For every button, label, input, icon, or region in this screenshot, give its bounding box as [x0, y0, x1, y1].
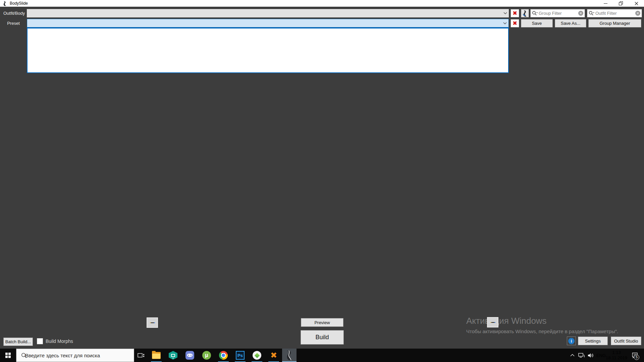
taskbar: µ Ps ✖ ENG: [0, 349, 644, 362]
bodyslide-app-icon: [3, 1, 7, 6]
preset-combobox[interactable]: [27, 19, 509, 27]
taskbar-photoshop[interactable]: Ps: [232, 349, 249, 362]
bodyslide-icon: [286, 350, 293, 360]
chevron-down-icon: [501, 22, 508, 24]
minimize-icon: [604, 3, 607, 4]
taskbar-sims4[interactable]: [249, 349, 265, 362]
chrome-icon: [219, 351, 228, 360]
minimize-button[interactable]: [598, 0, 613, 7]
chevron-down-icon: [501, 12, 509, 14]
red-x-icon: ✖: [513, 10, 517, 16]
green-hexagon-app-icon: [169, 351, 177, 360]
task-view-button[interactable]: [134, 349, 148, 362]
title-bar: BodySlide: [0, 0, 644, 7]
window-title: BodySlide: [10, 1, 28, 6]
taskbar-discord[interactable]: [181, 349, 198, 362]
settings-button[interactable]: Settings: [578, 337, 608, 345]
clear-outfit-button[interactable]: ✖: [511, 9, 519, 17]
preview-button[interactable]: Preview: [301, 318, 343, 327]
clear-preset-button[interactable]: ✖: [511, 19, 519, 27]
taskbar-green-hexagon-app[interactable]: [165, 349, 181, 362]
minus-slider-icon: [490, 322, 495, 323]
outfit-choose-button[interactable]: [521, 9, 529, 17]
taskbar-utorrent[interactable]: µ: [198, 349, 215, 362]
outfit-filter-box: ✕: [587, 9, 642, 17]
taskbar-search-box: [16, 349, 134, 362]
tray-time: 1:13: [606, 350, 627, 355]
taskbar-chrome[interactable]: [215, 349, 232, 362]
tray-date: 18.11.2019: [606, 355, 627, 361]
outfit-filter-input[interactable]: [595, 11, 635, 16]
search-icon: [21, 353, 27, 358]
tray-clock[interactable]: 1:13 18.11.2019: [606, 349, 627, 362]
discord-icon: [185, 351, 194, 360]
tray-expand-button[interactable]: [568, 349, 576, 362]
speaker-icon: [588, 353, 594, 358]
about-button[interactable]: i: [567, 337, 576, 345]
window-controls: [598, 0, 644, 7]
chevron-up-icon: [570, 354, 575, 357]
action-center-button[interactable]: 5: [629, 349, 641, 362]
slider-pane-left-button[interactable]: [147, 317, 158, 328]
group-filter-box: ✕: [530, 9, 585, 17]
search-icon[interactable]: [532, 11, 538, 16]
batch-build-button[interactable]: Batch Build...: [3, 338, 33, 346]
photoshop-icon: Ps: [236, 351, 245, 360]
network-icon: [578, 353, 585, 358]
preset-label: Preset: [0, 19, 27, 27]
bodyslide-arrow-icon: [522, 10, 528, 17]
orange-cross-icon: ✖: [270, 351, 277, 360]
clear-outfit-filter-icon[interactable]: ✕: [635, 11, 640, 16]
outfit-body-label: Outfit/Body: [3, 9, 25, 17]
restore-icon: [619, 1, 623, 5]
utorrent-icon: µ: [202, 351, 211, 360]
build-morphs-label: Build Morphs: [46, 339, 73, 344]
windows-activation-watermark-text: Чтобы активировать Windows, перейдите в …: [466, 328, 618, 334]
restore-button[interactable]: [613, 0, 629, 7]
tray-volume-button[interactable]: [586, 349, 595, 362]
info-icon: i: [568, 338, 575, 344]
start-button[interactable]: [0, 349, 16, 362]
task-view-icon: [138, 352, 145, 358]
slider-pane-right-button[interactable]: [487, 317, 498, 327]
build-morphs-checkbox[interactable]: [37, 338, 43, 344]
taskbar-orange-cross-app[interactable]: ✖: [265, 349, 282, 362]
build-button[interactable]: Build: [301, 330, 344, 345]
close-button[interactable]: [629, 0, 644, 7]
outfit-body-combobox[interactable]: [27, 9, 509, 17]
taskbar-file-explorer[interactable]: [148, 349, 165, 362]
minus-slider-icon: [150, 322, 155, 323]
group-filter-input[interactable]: [539, 11, 578, 16]
notification-badge: 5: [634, 355, 639, 360]
sims-plumbob-icon: [253, 351, 261, 360]
clear-group-filter-icon[interactable]: ✕: [578, 11, 583, 16]
preset-dropdown-list[interactable]: [27, 27, 509, 73]
close-icon: [635, 2, 638, 5]
taskbar-search-input[interactable]: [25, 353, 130, 358]
group-manager-button[interactable]: Group Manager: [588, 19, 641, 27]
outfit-studio-button[interactable]: Outfit Studio: [611, 337, 641, 345]
search-icon[interactable]: [589, 11, 594, 16]
file-explorer-icon: [152, 352, 161, 359]
windows-activation-watermark-title: Активация Windows: [466, 316, 547, 326]
save-button[interactable]: Save: [521, 19, 553, 27]
red-x-icon: ✖: [513, 20, 517, 26]
taskbar-bodyslide-active[interactable]: [282, 349, 297, 362]
save-as-button[interactable]: Save As...: [555, 19, 586, 27]
tray-network-button[interactable]: [577, 349, 586, 362]
windows-logo-icon: [5, 353, 11, 358]
